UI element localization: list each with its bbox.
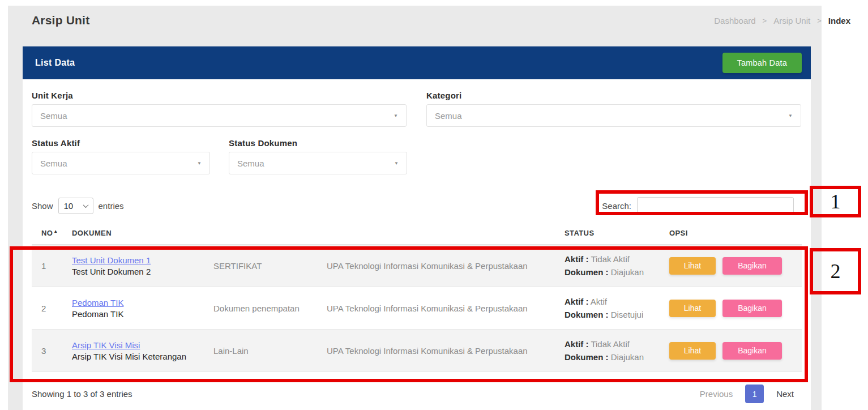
kategori-label: Kategori	[426, 91, 801, 100]
kategori-cell: SERTIFIKAT	[207, 261, 320, 271]
aktif-label: Aktif :	[565, 254, 589, 264]
pagination-previous[interactable]: Previous	[700, 389, 733, 399]
unit-kerja-filter: Unit Kerja Semua ▼	[32, 91, 407, 127]
dokumen-status-value: Diajukan	[611, 267, 644, 277]
status-dokumen-selected-value: Semua	[237, 159, 264, 168]
unit-kerja-label: Unit Kerja	[32, 91, 407, 100]
unit-kerja-select[interactable]: Semua ▼	[32, 104, 407, 127]
dokumen-status-label: Dokumen :	[565, 267, 609, 277]
column-header-no[interactable]: NO▲	[32, 229, 66, 237]
pagination-page-1[interactable]: 1	[745, 385, 764, 403]
aktif-value: Aktif	[591, 297, 607, 306]
breadcrumb: Dashboard > Arsip Unit > Index	[714, 16, 856, 25]
dokumen-subtitle: Test Unit Dokumen 2	[72, 267, 207, 276]
dokumen-link[interactable]: Arsip TIK Visi Misi	[72, 340, 140, 350]
aktif-value: Tidak Aktif	[591, 254, 630, 264]
table-row: 2 Pedoman TIK Pedoman TIK Dokumen penemp…	[32, 287, 802, 330]
status-aktif-filter: Status Aktif Semua ▼	[32, 138, 210, 174]
table-row: 3 Arsip TIK Visi Misi Arsip TIK Visi Mis…	[32, 330, 802, 372]
opsi-cell: Lihat Bagikan	[663, 342, 802, 360]
pagination-next[interactable]: Next	[776, 389, 794, 399]
chevron-down-icon: ▼	[788, 113, 793, 118]
kategori-cell: Dokumen penempatan	[207, 304, 320, 313]
page: Arsip Unit Dashboard > Arsip Unit > Inde…	[0, 0, 868, 410]
column-header-status[interactable]: STATUS	[558, 229, 663, 237]
opsi-cell: Lihat Bagikan	[663, 300, 802, 317]
aktif-label: Aktif :	[565, 339, 589, 349]
status-dokumen-select[interactable]: Semua ▼	[229, 152, 407, 174]
opsi-cell: Lihat Bagikan	[663, 257, 802, 275]
unit-cell: UPA Teknologi Informasi Komunikasi & Per…	[320, 346, 558, 356]
status-aktif-selected-value: Semua	[40, 159, 67, 168]
column-header-kategori	[207, 229, 320, 237]
dokumen-cell: Test Unit Dokumen 1 Test Unit Dokumen 2	[66, 255, 207, 276]
kategori-select[interactable]: Semua ▼	[426, 104, 801, 127]
aktif-value: Tidak Aktif	[591, 339, 630, 349]
card-title: List Data	[35, 58, 75, 68]
show-entries-control: Show 10 entries	[32, 198, 124, 214]
dokumen-status-value: Disetujui	[611, 310, 644, 319]
breadcrumb-separator: >	[817, 16, 822, 25]
aktif-label: Aktif :	[565, 297, 589, 306]
row-number: 1	[32, 261, 66, 271]
dokumen-cell: Pedoman TIK Pedoman TIK	[66, 298, 207, 319]
status-cell: Aktif : Aktif Dokumen : Disetujui	[558, 295, 663, 322]
annotation-number: 2	[831, 259, 841, 283]
filters-row-1: Unit Kerja Semua ▼ Kategori Semua ▼	[32, 91, 802, 127]
dokumen-status-value: Diajukan	[611, 352, 644, 362]
search-label: Search:	[602, 201, 631, 211]
page-length-select[interactable]: 10	[58, 198, 93, 214]
lihat-button[interactable]: Lihat	[669, 342, 716, 360]
kategori-filter: Kategori Semua ▼	[426, 91, 801, 127]
dokumen-status-label: Dokumen :	[565, 352, 609, 362]
show-label: Show	[32, 201, 53, 211]
bagikan-button[interactable]: Bagikan	[722, 342, 782, 360]
unit-cell: UPA Teknologi Informasi Komunikasi & Per…	[320, 304, 558, 313]
dokumen-subtitle: Pedoman TIK	[72, 309, 207, 319]
bagikan-button[interactable]: Bagikan	[722, 300, 782, 317]
lihat-button[interactable]: Lihat	[669, 300, 716, 317]
lihat-button[interactable]: Lihat	[669, 257, 716, 275]
chevron-down-icon: ▼	[394, 113, 398, 118]
annotation-number: 1	[831, 190, 841, 213]
kategori-cell: Lain-Lain	[207, 346, 320, 356]
chevron-down-icon	[83, 202, 88, 208]
status-aktif-label: Status Aktif	[32, 138, 210, 148]
page-length-value: 10	[64, 201, 74, 211]
column-header-unit	[320, 229, 558, 237]
card-body: Unit Kerja Semua ▼ Kategori Semua ▼	[23, 79, 811, 403]
breadcrumb-separator: >	[763, 16, 767, 25]
filters-row-2: Status Aktif Semua ▼ Status Dokumen Semu…	[32, 138, 802, 174]
dokumen-link[interactable]: Test Unit Dokumen 1	[72, 255, 151, 265]
dokumen-link[interactable]: Pedoman TIK	[72, 298, 123, 308]
column-header-dokumen[interactable]: DOKUMEN	[66, 229, 207, 237]
search-input[interactable]	[637, 197, 794, 214]
list-data-card: List Data Tambah Data Unit Kerja Semua ▼…	[23, 46, 811, 410]
kategori-selected-value: Semua	[435, 111, 462, 121]
tambah-data-button[interactable]: Tambah Data	[722, 53, 802, 73]
dokumen-status-label: Dokumen :	[565, 310, 609, 319]
arsip-table: NO▲ DOKUMEN STATUS OPSI 1 Test Unit Doku…	[32, 229, 802, 372]
unit-cell: UPA Teknologi Informasi Komunikasi & Per…	[320, 261, 558, 271]
table-row: 1 Test Unit Dokumen 1 Test Unit Dokumen …	[32, 245, 802, 287]
row-number: 2	[32, 304, 66, 313]
status-aktif-select[interactable]: Semua ▼	[32, 152, 210, 174]
unit-kerja-selected-value: Semua	[40, 111, 67, 121]
dokumen-subtitle: Arsip TIK Visi Misi Keterangan	[72, 352, 207, 361]
chevron-down-icon: ▼	[197, 161, 202, 166]
pagination: Previous 1 Next	[700, 385, 794, 403]
bagikan-button[interactable]: Bagikan	[722, 257, 782, 275]
breadcrumb-index: Index	[828, 16, 850, 25]
table-header-row: NO▲ DOKUMEN STATUS OPSI	[32, 229, 802, 245]
status-cell: Aktif : Tidak Aktif Dokumen : Diajukan	[558, 338, 663, 364]
dokumen-cell: Arsip TIK Visi Misi Arsip TIK Visi Misi …	[66, 340, 207, 361]
sort-asc-icon: ▲	[53, 229, 58, 234]
chevron-down-icon: ▼	[394, 161, 399, 166]
breadcrumb-arsip-unit[interactable]: Arsip Unit	[773, 16, 810, 25]
table-controls: Show 10 entries Search:	[32, 197, 802, 214]
breadcrumb-dashboard[interactable]: Dashboard	[714, 16, 755, 25]
status-dokumen-label: Status Dokumen	[229, 138, 407, 148]
column-header-opsi: OPSI	[663, 229, 802, 237]
card-header: List Data Tambah Data	[23, 46, 811, 79]
search-control: Search:	[602, 197, 794, 214]
